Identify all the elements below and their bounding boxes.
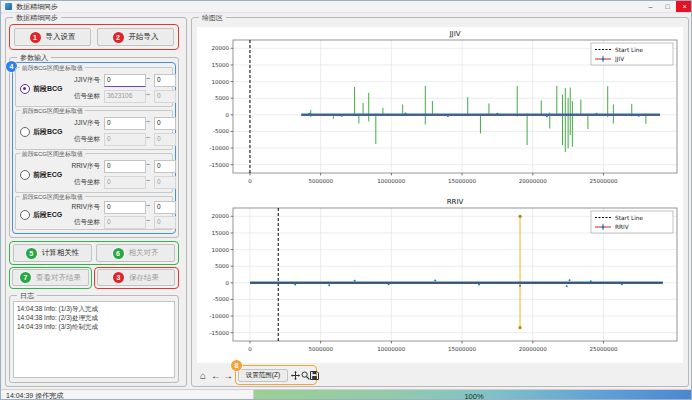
tilde: ~ — [146, 202, 150, 209]
save-result-button[interactable]: 3 保存结果 — [97, 269, 175, 286]
status-bar: 14:04:39 操作完成 100% — [1, 389, 692, 400]
svg-text:0: 0 — [248, 346, 252, 352]
svg-text:Start Line: Start Line — [615, 215, 644, 221]
log-view: 14:04:38 Info: (1/3)导入完成 14:04:38 Info: … — [13, 301, 175, 378]
log-line: 14:04:39 Info: (3/3)绘制完成 — [17, 322, 171, 331]
jjiv-index-from-input[interactable]: 0 — [104, 74, 146, 87]
step-6-badge: 6 — [113, 248, 124, 259]
import-settings-button[interactable]: 1 导入设置 — [14, 28, 91, 46]
step-2-badge: 2 — [113, 32, 124, 43]
signal-coord-from-input: 0 — [104, 133, 146, 146]
svg-text:20000000: 20000000 — [519, 178, 547, 184]
chart-jjiv: 0500000010000000150000002000000025000000… — [197, 27, 683, 193]
log-line: 14:04:38 Info: (2/3)处理完成 — [17, 313, 171, 322]
svg-text:25000000: 25000000 — [589, 346, 617, 352]
svg-text:10000: 10000 — [212, 247, 230, 253]
start-import-button[interactable]: 2 开始导入 — [97, 28, 174, 46]
progress-bar: 100% — [253, 390, 692, 400]
signal-coord-to-input: 0 — [154, 90, 176, 103]
svg-text:JJIV: JJIV — [614, 56, 624, 63]
svg-text:15000: 15000 — [212, 62, 230, 68]
status-message: 14:04:39 操作完成 — [6, 390, 63, 400]
svg-text:-15000: -15000 — [210, 330, 230, 336]
section-rear-bcg: 后段BCG区间坐标取值 后段BCG JJIV序号 0 ~ 0 信号坐标 0 ~ … — [15, 110, 173, 150]
calc-correlation-button[interactable]: 5 计算相关性 — [13, 244, 92, 262]
home-icon[interactable]: ⌂ — [197, 367, 209, 383]
front-ecg-radio[interactable]: 前段ECG — [20, 170, 62, 180]
radio-icon — [20, 127, 30, 137]
svg-text:0: 0 — [226, 280, 230, 286]
step-1-badge: 1 — [30, 32, 41, 43]
pan-icon[interactable] — [290, 369, 300, 382]
step-8-badge: 8 — [231, 360, 242, 371]
correlation-align-button[interactable]: 6 相关对齐 — [96, 244, 175, 262]
calc-correlation-label: 计算相关性 — [42, 248, 80, 258]
signal-coord-from-input: 0 — [104, 176, 146, 189]
section-rear-ecg: 后段ECG区间坐标取值 后段ECG RRIV序号 0 ~ 0 信号坐标 0 ~ … — [15, 196, 173, 230]
signal-coord-to-input: 0 — [154, 216, 176, 229]
svg-text:15000: 15000 — [212, 230, 230, 236]
tilde: ~ — [146, 134, 150, 141]
rriv-index-from-input[interactable]: 0 — [104, 201, 146, 214]
svg-text:5000: 5000 — [215, 95, 229, 101]
svg-text:15000000: 15000000 — [448, 178, 476, 184]
view-align-result-button[interactable]: 7 查看对齐结果 — [12, 269, 89, 286]
tilde: ~ — [146, 75, 150, 82]
jjiv-index-to-input[interactable]: 0 — [154, 117, 176, 130]
svg-text:RRIV: RRIV — [447, 198, 464, 206]
svg-text:5000000: 5000000 — [308, 346, 333, 352]
import-settings-label: 导入设置 — [46, 32, 76, 42]
svg-text:JJIV: JJIV — [449, 30, 461, 38]
progress-value: 100% — [464, 392, 483, 400]
back-icon[interactable]: ← — [210, 367, 222, 383]
front-bcg-radio[interactable]: 前段BCG — [20, 84, 63, 94]
svg-text:RRIV: RRIV — [615, 224, 629, 230]
tilde: ~ — [146, 91, 150, 98]
step-5-badge: 5 — [26, 248, 37, 259]
correlation-align-label: 相关对齐 — [129, 248, 159, 258]
save-icon[interactable] — [309, 369, 319, 382]
svg-text:-15000: -15000 — [210, 162, 230, 168]
log-groupbox-title: 日志 — [17, 291, 37, 300]
maximize-button[interactable]: □ — [659, 1, 676, 12]
svg-text:10000000: 10000000 — [377, 346, 405, 352]
svg-text:-5000: -5000 — [213, 296, 229, 302]
svg-text:0: 0 — [226, 112, 230, 118]
jjiv-index-from-input[interactable]: 0 — [104, 117, 146, 130]
rriv-index-to-input[interactable]: 0 — [154, 201, 176, 214]
app-window: 数据精细同步 – □ × 数据精细同步 1 导入设置 2 开始导入 参数输入 4… — [0, 0, 692, 400]
rear-bcg-radio[interactable]: 后段BCG — [20, 127, 63, 137]
svg-text:5000: 5000 — [215, 263, 229, 269]
title-bar: 数据精细同步 – □ × — [1, 1, 692, 13]
rriv-index-to-input[interactable]: 0 — [154, 160, 176, 173]
section-front-ecg-title: 前段ECG区间坐标取值 — [20, 150, 85, 158]
save-result-label: 保存结果 — [129, 273, 159, 283]
rriv-index-label: RRIV序号 — [66, 162, 100, 171]
svg-text:10000: 10000 — [212, 79, 230, 85]
svg-text:Start Line: Start Line — [615, 47, 644, 53]
signal-coord-from-input: 0 — [104, 216, 146, 229]
signal-coord-to-input: 0 — [154, 133, 176, 146]
section-rear-ecg-title: 后段ECG区间坐标取值 — [20, 193, 85, 201]
minimize-button[interactable]: – — [642, 1, 659, 12]
view-align-result-label: 查看对齐结果 — [36, 273, 81, 283]
svg-text:20000000: 20000000 — [519, 346, 547, 352]
start-import-label: 开始导入 — [129, 32, 159, 42]
rear-ecg-radio[interactable]: 后段ECG — [20, 210, 62, 220]
close-button[interactable]: × — [676, 1, 692, 12]
plot-groupbox-title: 绘图区 — [199, 13, 226, 22]
chart-rriv: 0500000010000000150000002000000025000000… — [197, 195, 683, 361]
signal-coord-label: 信号坐标 — [66, 178, 100, 187]
radio-icon — [20, 210, 30, 220]
signal-coord-from-input: 3623106 — [104, 90, 146, 103]
app-icon — [5, 3, 12, 10]
window-title: 数据精细同步 — [16, 2, 58, 12]
svg-text:25000000: 25000000 — [589, 178, 617, 184]
rriv-index-from-input[interactable]: 0 — [104, 160, 146, 173]
jjiv-index-to-input[interactable]: 0 — [154, 74, 176, 87]
set-range-button[interactable]: 设置范围(Z) — [238, 369, 288, 382]
signal-coord-label: 信号坐标 — [66, 135, 100, 144]
step-7-badge: 7 — [20, 272, 31, 283]
log-line: 14:04:38 Info: (1/3)导入完成 — [17, 304, 171, 313]
step-3-badge: 3 — [113, 272, 124, 283]
